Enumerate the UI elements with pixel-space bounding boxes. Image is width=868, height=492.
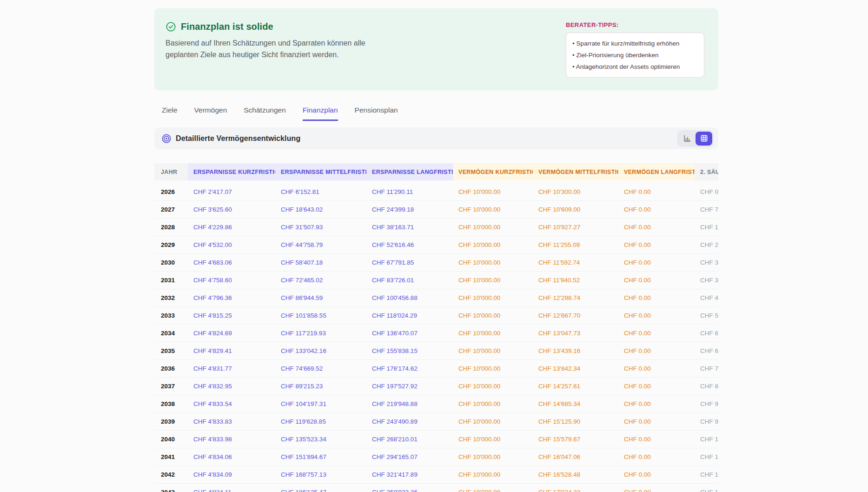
value-cell: CHF 0.00 [618, 236, 695, 253]
value-cell: CHF 133'042.16 [275, 342, 366, 359]
table-row: 2038 CHF 4'833.54 CHF 104'197.31 CHF 219… [154, 395, 718, 413]
value-cell: CHF 176'174.62 [366, 360, 453, 377]
advisor-tips-label: BERATER-TIPPS: [566, 21, 704, 28]
year-cell: 2034 [154, 325, 188, 342]
value-cell: CHF 18'643.02 [275, 201, 366, 218]
advisor-tips-box: • Sparrate für kurz/mittelfristig erhöhe… [566, 33, 704, 78]
value-cell: CHF 1 [695, 466, 718, 483]
banner-left: Finanzplan ist solide Basierend auf Ihre… [166, 21, 384, 90]
value-cell: CHF 10'000.00 [453, 254, 533, 271]
value-cell: CHF 119'628.85 [275, 413, 366, 430]
value-cell: CHF 1 [695, 484, 718, 492]
value-cell: CHF 10'000.00 [453, 466, 533, 483]
value-cell: CHF 0.00 [618, 431, 695, 448]
value-cell: CHF 104'197.31 [275, 395, 366, 412]
tab-schaetzungen[interactable]: Schätzungen [244, 106, 286, 121]
value-cell: CHF 168'757.13 [275, 466, 366, 483]
table-view-button[interactable] [696, 132, 712, 146]
year-cell: 2037 [154, 378, 188, 395]
value-cell: CHF 4'834.09 [188, 466, 275, 483]
table-row: 2037 CHF 4'832.95 CHF 89'215.23 CHF 197'… [154, 378, 718, 395]
column-header-saeule2: 2. SÄU [695, 163, 718, 180]
bar-chart-icon [683, 134, 691, 142]
value-cell: CHF 89'215.23 [275, 378, 366, 395]
tip-item: • Sparrate für kurz/mittelfristig erhöhe… [572, 38, 698, 49]
value-cell: CHF 0.00 [618, 378, 695, 395]
column-header-vermoegen-mittel: VERMÖGEN MITTELFRISTIG [533, 163, 618, 180]
table-row: 2029 CHF 4'532.00 CHF 44'758.79 CHF 52'6… [154, 236, 718, 254]
value-cell: CHF 10'000.00 [453, 219, 533, 236]
value-cell: CHF 10'000.00 [453, 360, 533, 377]
value-cell: CHF 0.00 [618, 201, 695, 218]
value-cell: CHF 11'290.11 [366, 183, 453, 200]
value-cell: CHF 13'047.73 [533, 325, 618, 342]
year-cell: 2027 [154, 201, 188, 218]
section-title: Detaillierte Vermögensentwicklung [176, 134, 300, 143]
column-header-ersparnisse-mittel: ERSPARNISSE MITTELFRISTIG [275, 163, 366, 180]
value-cell: CHF 0.00 [618, 484, 695, 492]
value-cell: CHF 321'417.89 [366, 466, 453, 483]
table-row: 2030 CHF 4'683.06 CHF 58'407.18 CHF 67'7… [154, 254, 718, 272]
value-cell: CHF 4'758.60 [188, 272, 275, 289]
value-cell: CHF 10'000.00 [453, 307, 533, 324]
value-cell: CHF 1 [695, 219, 718, 236]
tab-vermoegen[interactable]: Vermögen [194, 106, 227, 121]
tab-pensionsplan[interactable]: Pensionsplan [355, 106, 398, 121]
value-cell: CHF 11'255.09 [533, 236, 618, 253]
year-cell: 2032 [154, 289, 188, 306]
value-cell: CHF 10'000.00 [453, 183, 533, 200]
value-cell: CHF 14'257.61 [533, 378, 618, 395]
value-cell: CHF 83'726.01 [366, 272, 453, 289]
value-cell: CHF 10'000.00 [453, 289, 533, 306]
value-cell: CHF 9 [695, 413, 718, 430]
value-cell: CHF 186'125.47 [275, 484, 366, 492]
value-cell: CHF 10'000.00 [453, 484, 533, 492]
value-cell: CHF 0.00 [618, 342, 695, 359]
value-cell: CHF 4 [695, 289, 718, 306]
tip-item: • Anlagehorizont der Assets optimieren [572, 61, 698, 73]
value-cell: CHF 101'858.55 [275, 307, 366, 324]
value-cell: CHF 3'625.60 [188, 201, 275, 218]
value-cell: CHF 10'000.00 [453, 431, 533, 448]
value-cell: CHF 151'894.67 [275, 448, 366, 465]
table-row: 2032 CHF 4'796.36 CHF 86'944.59 CHF 100'… [154, 289, 718, 307]
tab-ziele[interactable]: Ziele [162, 106, 178, 121]
value-cell: CHF 67'791.85 [366, 254, 453, 271]
value-cell: CHF 10'927.27 [533, 219, 618, 236]
column-header-jahr: JAHR [154, 163, 188, 180]
value-cell: CHF 16'528.48 [533, 466, 618, 483]
column-header-ersparnisse-kurz: ERSPARNISSE KURZFRISTIG [188, 163, 275, 180]
tab-finanzplan[interactable]: Finanzplan [303, 106, 338, 121]
status-banner: Finanzplan ist solide Basierend auf Ihre… [154, 8, 718, 90]
chart-view-button[interactable] [679, 132, 696, 146]
target-icon [162, 134, 171, 143]
value-cell: CHF 0.00 [618, 413, 695, 430]
value-cell: CHF 4'832.95 [188, 378, 275, 395]
value-cell: CHF 4'532.00 [188, 236, 275, 253]
table-row: 2042 CHF 4'834.09 CHF 168'757.13 CHF 321… [154, 466, 718, 484]
table-row: 2028 CHF 4'229.86 CHF 31'507.93 CHF 38'1… [154, 219, 718, 236]
page-container: Finanzplan ist solide Basierend auf Ihre… [154, 8, 718, 492]
table-grid-icon [700, 134, 708, 142]
value-cell: CHF 1 [695, 431, 718, 448]
value-cell: CHF 4'834.11 [188, 484, 275, 492]
value-cell: CHF 14'685.34 [533, 395, 618, 412]
value-cell: CHF 10'000.00 [453, 395, 533, 412]
value-cell: CHF 4'824.69 [188, 325, 275, 342]
value-cell: CHF 4'834.06 [188, 448, 275, 465]
advisor-tips: BERATER-TIPPS: • Sparrate für kurz/mitte… [566, 21, 705, 90]
value-cell: CHF 10'000.00 [453, 325, 533, 342]
value-cell: CHF 0.00 [618, 360, 695, 377]
value-cell: CHF 4'831.77 [188, 360, 275, 377]
table-row: 2036 CHF 4'831.77 CHF 74'669.52 CHF 176'… [154, 360, 718, 378]
table-row: 2026 CHF 2'417.07 CHF 6'152.81 CHF 11'29… [154, 183, 718, 201]
value-cell: CHF 10'000.00 [453, 272, 533, 289]
value-cell: CHF 86'944.59 [275, 289, 366, 306]
value-cell: CHF 2'417.07 [188, 183, 275, 200]
value-cell: CHF 8 [695, 378, 718, 395]
value-cell: CHF 10'000.00 [453, 342, 533, 359]
value-cell: CHF 31'507.93 [275, 219, 366, 236]
value-cell: CHF 58'407.18 [275, 254, 366, 271]
banner-title: Finanzplan ist solide [181, 21, 273, 32]
value-cell: CHF 4'833.54 [188, 395, 275, 412]
